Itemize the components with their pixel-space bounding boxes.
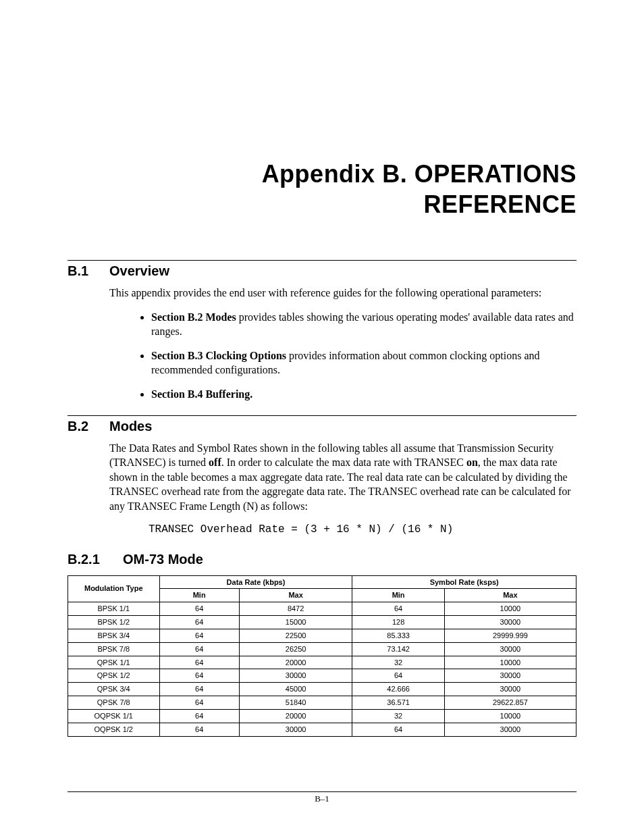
cell-mod: OQPSK 1/2 (68, 723, 160, 736)
section-b1-body: This appendix provides the end user with… (109, 286, 576, 402)
overview-bullets: Section B.2 Modes provides tables showin… (109, 310, 576, 402)
title-line-1: Appendix B. OPERATIONS (262, 160, 576, 188)
cell-dmax: 30000 (239, 723, 352, 736)
cell-smin: 36.571 (352, 696, 444, 710)
table-row: BPSK 1/2641500012830000 (68, 616, 576, 629)
table-header-row: Modulation Type Data Rate (kbps) Symbol … (68, 575, 576, 589)
appendix-title: Appendix B. OPERATIONS REFERENCE (68, 159, 576, 219)
table-row: QPSK 3/4644500042.66630000 (68, 683, 576, 696)
col-data-max: Max (239, 589, 352, 602)
section-rule (68, 260, 576, 261)
cell-dmin: 64 (159, 696, 239, 710)
cell-smax: 30000 (444, 642, 576, 656)
cell-dmax: 8472 (239, 602, 352, 616)
bullet-bold: Section B.3 Clocking Options (151, 350, 286, 361)
cell-dmax: 45000 (239, 683, 352, 696)
page: Appendix B. OPERATIONS REFERENCE B.1Over… (0, 0, 644, 834)
table-row: OQPSK 1/264300006430000 (68, 723, 576, 736)
cell-mod: QPSK 1/1 (68, 656, 160, 669)
cell-smin: 85.333 (352, 629, 444, 642)
table-row: QPSK 1/164200003210000 (68, 656, 576, 669)
bullet-item: Section B.3 Clocking Options provides in… (151, 348, 576, 377)
cell-mod: OQPSK 1/1 (68, 709, 160, 723)
transec-formula: TRANSEC Overhead Rate = (3 + 16 * N) / (… (149, 523, 576, 536)
col-sym-min: Min (352, 589, 444, 602)
cell-smax: 10000 (444, 709, 576, 723)
table-body: BPSK 1/16484726410000 BPSK 1/26415000128… (68, 602, 576, 736)
table-row: BPSK 3/4642250085.33329999.999 (68, 629, 576, 642)
table-row: OQPSK 1/164200003210000 (68, 709, 576, 723)
subsection-label: OM-73 Mode (123, 552, 203, 567)
cell-dmin: 64 (159, 616, 239, 629)
section-number: B.2 (68, 419, 109, 434)
cell-dmin: 64 (159, 723, 239, 736)
col-data-min: Min (159, 589, 239, 602)
col-sym-max: Max (444, 589, 576, 602)
section-b21-heading: B.2.1OM-73 Mode (68, 552, 576, 567)
footer-rule (68, 791, 576, 792)
cell-mod: BPSK 7/8 (68, 642, 160, 656)
cell-dmax: 20000 (239, 709, 352, 723)
section-b2-heading: B.2Modes (68, 419, 576, 434)
table-row: BPSK 7/8642625073.14230000 (68, 642, 576, 656)
overview-intro: This appendix provides the end user with… (109, 286, 576, 301)
cell-dmax: 30000 (239, 669, 352, 683)
bullet-item: Section B.4 Buffering. (151, 387, 576, 402)
cell-smax: 30000 (444, 616, 576, 629)
bullet-bold: Section B.2 Modes (151, 311, 236, 323)
cell-mod: BPSK 1/1 (68, 602, 160, 616)
cell-smax: 30000 (444, 683, 576, 696)
cell-dmin: 64 (159, 642, 239, 656)
table-row: QPSK 1/264300006430000 (68, 669, 576, 683)
cell-dmin: 64 (159, 669, 239, 683)
cell-smin: 73.142 (352, 642, 444, 656)
table-row: BPSK 1/16484726410000 (68, 602, 576, 616)
cell-smax: 29999.999 (444, 629, 576, 642)
cell-dmax: 20000 (239, 656, 352, 669)
cell-smin: 32 (352, 709, 444, 723)
cell-dmin: 64 (159, 602, 239, 616)
subsection-number: B.2.1 (68, 552, 123, 567)
cell-smax: 10000 (444, 656, 576, 669)
cell-smax: 29622.857 (444, 696, 576, 710)
cell-smin: 64 (352, 602, 444, 616)
cell-dmin: 64 (159, 683, 239, 696)
col-modulation: Modulation Type (68, 575, 160, 602)
cell-mod: BPSK 1/2 (68, 616, 160, 629)
cell-smin: 32 (352, 656, 444, 669)
section-b2-body: The Data Rates and Symbol Rates shown in… (109, 441, 576, 514)
cell-dmin: 64 (159, 656, 239, 669)
cell-smin: 64 (352, 669, 444, 683)
cell-dmin: 64 (159, 709, 239, 723)
cell-dmax: 51840 (239, 696, 352, 710)
section-label: Modes (109, 419, 152, 434)
cell-smax: 30000 (444, 669, 576, 683)
section-rule (68, 415, 576, 416)
section-b1-heading: B.1Overview (68, 263, 576, 279)
col-data-rate: Data Rate (kbps) (159, 575, 352, 589)
cell-smin: 128 (352, 616, 444, 629)
cell-mod: QPSK 7/8 (68, 696, 160, 710)
bullet-bold: Section B.4 Buffering. (151, 388, 252, 400)
section-number: B.1 (68, 263, 109, 279)
cell-dmax: 22500 (239, 629, 352, 642)
table-row: QPSK 7/8645184036.57129622.857 (68, 696, 576, 710)
om73-table: Modulation Type Data Rate (kbps) Symbol … (68, 575, 576, 737)
cell-smax: 30000 (444, 723, 576, 736)
cell-mod: BPSK 3/4 (68, 629, 160, 642)
cell-mod: QPSK 1/2 (68, 669, 160, 683)
bullet-item: Section B.2 Modes provides tables showin… (151, 310, 576, 339)
cell-dmin: 64 (159, 629, 239, 642)
cell-smin: 42.666 (352, 683, 444, 696)
text-fragment: . In order to calculate the max data rat… (221, 457, 466, 468)
text-off: off (209, 457, 221, 468)
text-on: on (466, 457, 478, 468)
modes-paragraph: The Data Rates and Symbol Rates shown in… (109, 441, 576, 514)
title-line-2: REFERENCE (423, 190, 576, 218)
section-label: Overview (109, 263, 169, 278)
cell-dmax: 26250 (239, 642, 352, 656)
col-symbol-rate: Symbol Rate (ksps) (352, 575, 576, 589)
page-number: B–1 (0, 793, 644, 804)
cell-smin: 64 (352, 723, 444, 736)
cell-smax: 10000 (444, 602, 576, 616)
